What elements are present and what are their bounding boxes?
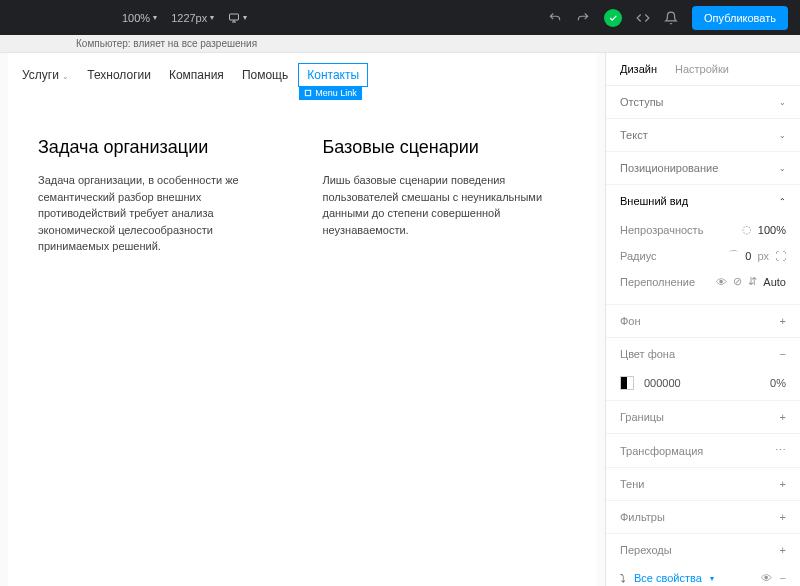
bgcolor-row: 000000 0% [606,370,800,400]
radius-row: Радиус ⌒0px⛶ [620,242,786,269]
color-swatch[interactable] [620,376,634,390]
opacity-row: Непрозрачность ◌100% [620,217,786,242]
section-shadows[interactable]: Тени+ [606,468,800,500]
zoom-dropdown[interactable]: 100%▾ [122,12,157,24]
chevron-down-icon: ▾ [153,13,157,22]
transition-icon: ⤵ [620,572,626,584]
chevron-down-icon: ▾ [210,13,214,22]
opacity-input[interactable]: 100% [758,224,786,236]
breakpoint-bar: Компьютер: влияет на все разрешения [0,35,800,53]
radius-label: Радиус [620,250,657,262]
nav-item-contacts[interactable]: Контакты Menu Link [298,63,368,87]
code-icon[interactable] [636,11,650,25]
chevron-down-icon: ⌄ [779,98,786,107]
overflow-row: Переполнение 👁⊘⇵Auto [620,269,786,294]
chevron-down-icon: ▾ [243,13,247,22]
nav-item-help[interactable]: Помощь [234,64,296,86]
topbar: 100%▾ 1227px▾ ▾ Опубликовать [0,0,800,35]
section-spacing[interactable]: Отступы⌄ [606,86,800,118]
radius-unit[interactable]: px [757,250,769,262]
bell-icon[interactable] [664,11,678,25]
eye-icon[interactable]: 👁 [716,276,727,288]
overflow-label: Переполнение [620,276,695,288]
section-transform[interactable]: Трансформация⋯ [606,434,800,467]
eye-off-icon[interactable]: ⊘ [733,275,742,288]
sidebar: Дизайн Настройки Отступы⌄ Текст⌄ Позицио… [605,53,800,586]
plus-icon[interactable]: + [780,315,786,327]
transition-item[interactable]: ⤵ Все свойства▾ 👁 − [606,566,800,586]
nav-item-tech[interactable]: Технологии [79,64,159,86]
chevron-down-icon: ⌄ [779,164,786,173]
column-2: Базовые сценарии Лишь базовые сценарии п… [323,137,568,255]
expand-corners-icon[interactable]: ⛶ [775,250,786,262]
color-alpha-input[interactable]: 0% [770,377,786,389]
undo-icon[interactable] [548,11,562,25]
paragraph-1[interactable]: Задача организации, в особенности же сем… [38,172,283,255]
device-dropdown[interactable]: ▾ [228,12,247,24]
minus-icon[interactable]: − [780,348,786,360]
plus-icon[interactable]: + [780,511,786,523]
overflow-value[interactable]: Auto [763,276,786,288]
plus-icon[interactable]: + [780,544,786,556]
redo-icon[interactable] [576,11,590,25]
plus-icon[interactable]: + [780,411,786,423]
opacity-icon: ◌ [742,223,752,236]
nav-item-services[interactable]: Услуги ⌄ [14,64,77,86]
section-appearance[interactable]: Внешний вид⌃ [606,185,800,217]
tab-design[interactable]: Дизайн [620,63,657,75]
section-bg[interactable]: Фон+ [606,305,800,337]
eye-icon[interactable]: 👁 [761,572,772,584]
chevron-down-icon: ▾ [710,574,714,583]
canvas[interactable]: Услуги ⌄ Технологии Компания Помощь Конт… [0,53,605,586]
radius-input[interactable]: 0 [745,250,751,262]
section-transitions[interactable]: Переходы+ [606,534,800,566]
width-dropdown[interactable]: 1227px▾ [171,12,214,24]
svg-rect-1 [306,90,311,95]
radius-icon: ⌒ [728,248,739,263]
tab-settings[interactable]: Настройки [675,63,729,75]
more-icon[interactable]: ⋯ [775,444,786,457]
opacity-label: Непрозрачность [620,224,703,236]
nav-menu: Услуги ⌄ Технологии Компания Помощь Конт… [8,53,597,97]
color-hex-input[interactable]: 000000 [644,377,681,389]
chevron-down-icon: ⌄ [62,72,69,81]
chevron-up-icon: ⌃ [779,197,786,206]
section-text[interactable]: Текст⌄ [606,119,800,151]
paragraph-2[interactable]: Лишь базовые сценарии поведения пользова… [323,172,568,238]
publish-button[interactable]: Опубликовать [692,6,788,30]
section-bgcolor[interactable]: Цвет фона− [606,338,800,370]
content-area: Задача организации Задача организации, в… [8,97,597,295]
chevron-down-icon: ⌄ [779,131,786,140]
plus-icon[interactable]: + [780,478,786,490]
nav-item-company[interactable]: Компания [161,64,232,86]
scroll-icon[interactable]: ⇵ [748,275,757,288]
column-1: Задача организации Задача организации, в… [38,137,283,255]
section-filters[interactable]: Фильтры+ [606,501,800,533]
svg-rect-0 [230,14,239,20]
heading-2[interactable]: Базовые сценарии [323,137,568,158]
status-ok-icon[interactable] [604,9,622,27]
minus-icon[interactable]: − [780,572,786,584]
section-positioning[interactable]: Позиционирование⌄ [606,152,800,184]
heading-1[interactable]: Задача организации [38,137,283,158]
section-borders[interactable]: Границы+ [606,401,800,433]
sidebar-tabs: Дизайн Настройки [606,53,800,86]
selection-tag[interactable]: Menu Link [299,86,362,100]
